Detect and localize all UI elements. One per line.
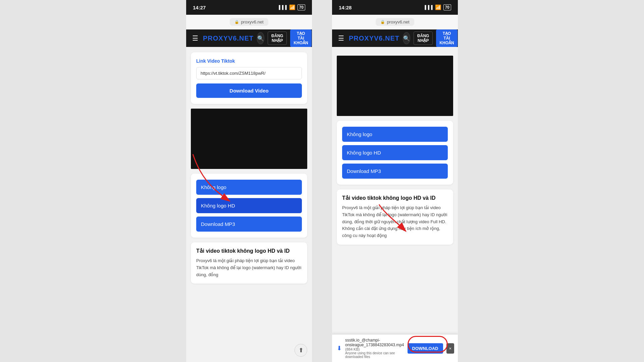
download-notification: ⬇ ssstik.io_@champi-onsleague_1738843283… <box>332 334 458 362</box>
info-text-left: Proxyv6 là một giải pháp tiện lợi giúp b… <box>196 257 302 278</box>
status-bar-right: 14:28 ▐▐▐ 📶 70 <box>332 0 458 15</box>
page-content-right: Không logo Không logo HD Download MP3 Tả… <box>332 47 458 245</box>
search-button-left[interactable]: 🔍 <box>257 32 264 44</box>
time-left: 14:27 <box>193 5 206 10</box>
register-button-right[interactable]: TẠO TÀI KHOẢN <box>436 29 457 47</box>
info-title-right: Tải video tiktok không logo HD và ID <box>342 195 448 201</box>
search-button-right[interactable]: 🔍 <box>403 32 410 44</box>
page-content-left: Link Video Tiktok Download Video Không l… <box>186 47 312 289</box>
wifi-icon-right: 📶 <box>435 4 441 10</box>
notification-download-button[interactable]: DOWNLOAD <box>408 343 443 354</box>
download-info: ssstik.io_@champi-onsleague_173884328304… <box>345 338 404 359</box>
url-bar-left[interactable]: 🔒 proxyv6.net <box>230 18 268 26</box>
no-logo-hd-button-right[interactable]: Không logo HD <box>342 145 448 160</box>
signal-icon-right: ▐▐▐ <box>423 5 433 10</box>
info-section-right: Tải video tiktok không logo HD và ID Pro… <box>337 189 453 245</box>
hamburger-left[interactable]: ☰ <box>191 33 200 44</box>
status-icons-left: ▐▐▐ 📶 70 <box>277 4 305 10</box>
battery-right: 70 <box>443 4 451 10</box>
lock-icon-left: 🔒 <box>234 20 239 24</box>
nav-bar-right: ☰ PROXYV6.NET 🔍 ĐĂNG NHẬP TẠO TÀI KHOẢN <box>332 29 458 47</box>
status-icons-right: ▐▐▐ 📶 70 <box>423 4 451 10</box>
action-card-right: Không logo Không logo HD Download MP3 <box>337 121 453 185</box>
login-button-left[interactable]: ĐĂNG NHẬP <box>268 32 287 45</box>
register-button-left[interactable]: TẠO TÀI KHOẢN <box>290 29 311 47</box>
browser-bar-left: 🔒 proxyv6.net <box>186 15 312 29</box>
signal-icon-left: ▐▐▐ <box>277 5 287 10</box>
notification-close-button[interactable]: × <box>446 343 454 354</box>
url-bar-right[interactable]: 🔒 proxyv6.net <box>376 18 414 26</box>
form-card: Link Video Tiktok Download Video <box>191 52 307 104</box>
video-thumbnail-right <box>337 56 453 116</box>
login-button-right[interactable]: ĐĂNG NHẬP <box>414 32 433 45</box>
download-size: (884 KB) <box>345 347 404 351</box>
no-logo-button-right[interactable]: Không logo <box>342 127 448 142</box>
tiktok-url-input[interactable] <box>196 67 302 79</box>
action-card-left: Không logo Không logo HD Download MP3 <box>191 174 307 238</box>
download-icon: ⬇ <box>337 345 342 352</box>
time-right: 14:28 <box>339 5 352 10</box>
info-section-left: Tải video tiktok không logo HD và ID Pro… <box>191 242 307 284</box>
browser-bar-right: 🔒 proxyv6.net <box>332 15 458 29</box>
battery-left: 70 <box>298 4 305 10</box>
download-filename: ssstik.io_@champi-onsleague_173884328304… <box>345 338 404 347</box>
download-mp3-button-left[interactable]: Download MP3 <box>196 217 302 232</box>
wifi-icon-left: 📶 <box>289 4 296 10</box>
right-phone: 14:28 ▐▐▐ 📶 70 🔒 proxyv6.net ☰ PROXYV6.N… <box>332 0 458 362</box>
lock-icon-right: 🔒 <box>380 20 385 24</box>
left-phone: 14:27 ▐▐▐ 📶 70 🔒 proxyv6.net ☰ PROXYV6.N… <box>186 0 312 362</box>
logo-right: PROXYV6.NET <box>349 35 399 42</box>
no-logo-hd-button-left[interactable]: Không logo HD <box>196 198 302 213</box>
video-thumbnail-left <box>191 109 307 169</box>
url-text-left: proxyv6.net <box>241 19 263 24</box>
logo-left: PROXYV6.NET <box>203 35 254 42</box>
url-text-right: proxyv6.net <box>387 19 409 24</box>
info-text-right: Proxyv6 là một giải pháp tiện lợi giúp b… <box>342 204 448 239</box>
hamburger-right[interactable]: ☰ <box>337 33 345 44</box>
nav-bar-left: ☰ PROXYV6.NET 🔍 ĐĂNG NHẬP TẠO TÀI KHOẢN <box>186 29 312 47</box>
download-mp3-button-right[interactable]: Download MP3 <box>342 164 448 179</box>
download-video-button[interactable]: Download Video <box>196 83 302 98</box>
info-title-left: Tải video tiktok không logo HD và ID <box>196 248 302 254</box>
scroll-up-button-left[interactable]: ⬆ <box>294 344 307 357</box>
spacer-right <box>337 52 453 56</box>
download-warning: Anyone using this device can see downloa… <box>345 351 404 359</box>
status-bar-left: 14:27 ▐▐▐ 📶 70 <box>186 0 312 15</box>
no-logo-button-left[interactable]: Không logo <box>196 180 302 195</box>
form-label: Link Video Tiktok <box>196 58 302 64</box>
